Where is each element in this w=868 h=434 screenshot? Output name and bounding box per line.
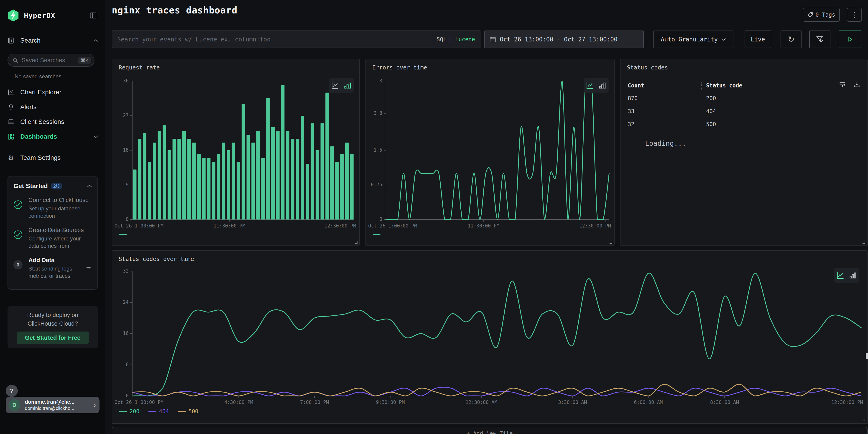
cell-count: 870	[628, 95, 701, 101]
play-icon	[846, 36, 854, 43]
user-email: dominic.tran@clickho...	[25, 406, 92, 411]
bar-chart-icon[interactable]	[343, 81, 352, 90]
saved-searches-input[interactable]: ⌘K	[7, 54, 94, 67]
sidebar-item-label: Chart Explorer	[20, 89, 61, 96]
request-rate-chart[interactable]: 36271890Oct 26 1:00:00 PM11:30:00 PM12:3…	[114, 81, 358, 247]
progress-badge: 2/3	[51, 183, 62, 189]
granularity-value: Auto Granularity	[661, 36, 718, 43]
step-desc: Start sending logs, metrics, or traces	[28, 265, 84, 280]
cell-status: 404	[706, 108, 716, 115]
column-header-status-code: Status code	[706, 83, 742, 90]
panel-title[interactable]: Status codes over time	[119, 256, 194, 262]
line-chart-icon[interactable]	[836, 271, 845, 280]
bell-icon	[7, 103, 14, 111]
search-journal-icon	[7, 37, 14, 44]
get-started-card: Get Started 2/3 Connect to ClickHouse Se…	[7, 176, 98, 290]
app-title: HyperDX	[24, 11, 55, 20]
tags-label: 0 Tags	[815, 11, 835, 18]
keyboard-shortcut-badge: ⌘K	[78, 57, 91, 64]
table-row[interactable]: 32 500	[628, 121, 858, 127]
tag-icon	[807, 12, 813, 18]
search-icon	[12, 57, 19, 63]
get-started-free-button[interactable]: Get Started for Free	[17, 332, 89, 344]
resize-handle[interactable]	[610, 241, 612, 244]
sidebar-item-dashboards[interactable]: Dashboards	[7, 132, 98, 141]
chevron-down-icon[interactable]	[93, 135, 98, 138]
step-title: Connect to ClickHouse	[28, 196, 92, 204]
chart-type-toggle	[834, 268, 859, 283]
sidebar-collapse-button[interactable]	[88, 10, 98, 21]
cell-count: 32	[628, 121, 701, 127]
refresh-button[interactable]: ↻	[781, 31, 802, 48]
sidebar-item-label: Search	[20, 37, 40, 44]
chart-type-toggle	[584, 78, 609, 93]
get-started-step-1[interactable]: Connect to ClickHouse Set up your databa…	[13, 196, 92, 220]
step-desc: Configure where your data comes from	[28, 235, 92, 250]
loading-indicator: Loading...	[645, 140, 686, 147]
errors-chart[interactable]: 32.31.50.750Oct 26 1:00:00 PM11:30:00 PM…	[368, 81, 612, 247]
main-content: nginx traces dashboard 0 Tags ⋮ SQL | Lu…	[105, 0, 868, 434]
sidebar-item-label: Team Settings	[20, 154, 61, 161]
line-chart-icon[interactable]	[331, 81, 340, 90]
granularity-dropdown[interactable]: Auto Granularity	[653, 31, 734, 48]
cell-status: 500	[706, 121, 716, 127]
resize-handle[interactable]	[863, 241, 865, 244]
resize-handle[interactable]	[863, 418, 865, 421]
check-circle-icon	[13, 200, 23, 209]
sidebar-item-client-sessions[interactable]: Client Sessions	[7, 117, 98, 126]
chevron-up-icon[interactable]	[93, 39, 98, 42]
sidebar-item-alerts[interactable]: Alerts	[7, 102, 98, 112]
tags-button[interactable]: 0 Tags	[803, 8, 840, 22]
mode-divider: |	[449, 36, 453, 42]
get-started-step-3[interactable]: 3 Add Data Start sending logs, metrics, …	[13, 257, 92, 280]
filter-button[interactable]	[809, 31, 830, 48]
sidebar-item-team-settings[interactable]: ⚙ Team Settings	[7, 153, 98, 162]
arrow-right-icon: →	[85, 262, 92, 280]
bar-chart-icon[interactable]	[848, 271, 857, 280]
download-icon[interactable]	[854, 81, 860, 88]
chevron-right-icon: ›	[93, 402, 96, 408]
page-title: nginx traces dashboard	[112, 5, 238, 16]
column-divider[interactable]	[701, 83, 702, 90]
panel-status-codes[interactable]: Status codes Count Status code 870 200 3…	[620, 59, 868, 246]
help-button[interactable]: ?	[6, 385, 18, 397]
text-wrap-icon[interactable]	[839, 81, 846, 88]
panel-menu-button[interactable]: ⋮	[847, 8, 862, 22]
sql-mode-button[interactable]: SQL	[436, 36, 446, 42]
table-row[interactable]: 870 200	[628, 95, 858, 101]
table-row[interactable]: 33 404	[628, 108, 858, 115]
line-chart-icon[interactable]	[586, 81, 594, 90]
sidebar-item-search[interactable]: Search	[7, 36, 98, 45]
saved-searches-field[interactable]	[22, 57, 78, 64]
date-range-picker[interactable]: Oct 26 13:00:00 - Oct 27 13:00:00	[484, 31, 644, 48]
get-started-step-2[interactable]: Create Data Sources Configure where your…	[13, 226, 92, 250]
sidebar-item-chart-explorer[interactable]: Chart Explorer	[7, 88, 98, 97]
laptop-icon	[7, 118, 14, 125]
user-account-button[interactable]: D dominic.tran@clic... dominic.tran@clic…	[6, 397, 99, 413]
live-button[interactable]: Live	[745, 31, 771, 48]
panel-title[interactable]: Request rate	[119, 64, 160, 71]
event-search-input[interactable]	[117, 36, 436, 43]
run-query-button[interactable]	[839, 31, 861, 48]
event-search-box: SQL | Lucene	[112, 31, 480, 48]
add-new-tile-button[interactable]: + Add New Tile	[112, 427, 868, 434]
column-header-count: Count	[628, 83, 701, 90]
resize-handle[interactable]	[355, 241, 358, 244]
panel-errors-over-time[interactable]: Errors over time 32.31.50.750Oct 26 1:00…	[366, 59, 615, 246]
bar-chart-icon[interactable]	[598, 81, 607, 90]
panel-title[interactable]: Status codes	[627, 64, 668, 71]
sidebar-collapse-icon	[90, 12, 97, 19]
panel-status-codes-over-time[interactable]: Status codes over time 32241680Oct 26 1:…	[112, 250, 868, 424]
panel-title[interactable]: Errors over time	[372, 64, 427, 71]
status-codes-chart[interactable]: 32241680Oct 26 1:00:00 PM4:30:00 PM7:00:…	[114, 271, 865, 421]
step-desc: Set up your database connection	[28, 205, 92, 220]
step-title: Create Data Sources	[28, 226, 92, 234]
chevron-down-icon	[721, 38, 726, 41]
resize-handle-side[interactable]	[866, 353, 868, 359]
chevron-up-icon[interactable]	[87, 184, 92, 188]
no-saved-searches-text: No saved searches	[14, 73, 61, 80]
chart-line-icon	[7, 89, 14, 96]
lucene-mode-button[interactable]: Lucene	[455, 36, 475, 42]
panel-request-rate[interactable]: Request rate 36271890Oct 26 1:00:00 PM11…	[112, 59, 360, 246]
sidebar-item-label: Alerts	[20, 103, 37, 111]
